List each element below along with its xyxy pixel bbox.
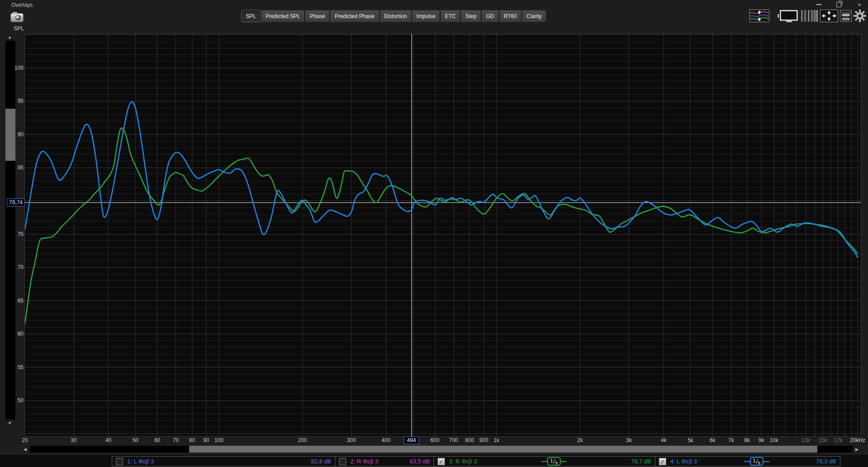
crosshair-freq-readout: 494 <box>404 436 419 444</box>
measurement-name: 4: L Φεβ 3 <box>670 458 697 465</box>
tab-clarity[interactable]: Clarity <box>522 10 546 22</box>
y-tick-label: 65 <box>0 298 24 304</box>
tab-step[interactable]: Step <box>461 10 481 22</box>
x-tick-label: 13k <box>801 437 810 443</box>
y-tick-label: 100 <box>0 65 24 71</box>
y-tick-label: 55 <box>0 364 24 371</box>
tab-distortion[interactable]: Distortion <box>380 10 412 22</box>
display-mode-button[interactable] <box>775 10 798 22</box>
y-tick-label: 60 <box>0 331 24 337</box>
legend-entry: ✓3: R Φεβ 31/678,7 dB <box>434 456 655 467</box>
x-tick-label: 15k <box>819 437 827 443</box>
scroll-right-icon[interactable]: ▶ <box>855 447 858 452</box>
measurement-level-value: 82,8 dB <box>311 458 331 465</box>
legend-panel-icon <box>840 10 852 22</box>
y-axis-title: SPL <box>0 25 24 32</box>
x-tick-label: 7k <box>728 437 734 443</box>
restore-button[interactable] <box>831 0 846 9</box>
graph-limits-button[interactable] <box>749 10 769 22</box>
x-tick-label: 100 <box>215 437 224 443</box>
measurement-checkbox[interactable] <box>339 458 346 465</box>
x-tick-label: 1k <box>494 437 500 443</box>
x-tick-label: 400 <box>382 437 391 443</box>
measurement-level-value: 78,7 dB <box>631 458 651 465</box>
x-tick-label: 700 <box>449 437 458 443</box>
x-tick-label: 2k <box>577 437 583 443</box>
measurement-name: 1: L Φεβ 3 <box>127 458 154 465</box>
x-tick-label: 9k <box>758 437 764 443</box>
crosshair-db-readout: 79,74 <box>7 198 25 207</box>
smoothing-badge[interactable]: 1/6 <box>541 457 567 466</box>
measurement-name: 2: R Φεβ 3 <box>350 458 378 465</box>
y-tick-label: 70 <box>0 264 24 270</box>
smoothing-badge[interactable]: 1/6 <box>744 457 769 466</box>
tab-phase[interactable]: Phase <box>305 10 329 22</box>
x-tick-label: 4k <box>661 437 667 443</box>
x-tick-label: 10k <box>770 437 778 443</box>
x-tick-label: 3k <box>626 437 632 443</box>
tab-predicted-phase[interactable]: Predicted Phase <box>330 10 379 22</box>
restore-icon <box>836 2 841 7</box>
scroll-down-icon[interactable]: ▼ <box>8 421 12 425</box>
legend-entry: 1: L Φεβ 382,8 dB <box>112 456 335 467</box>
spectrum-bars-icon <box>800 10 818 22</box>
legend-panel-button[interactable] <box>840 10 852 22</box>
x-tick-label: 80 <box>189 437 195 443</box>
close-button[interactable]: × <box>852 0 867 9</box>
scroll-up-icon[interactable]: ▲ <box>8 35 12 39</box>
x-tick-label: 60 <box>154 437 160 443</box>
spectrum-columns-button[interactable] <box>800 10 818 22</box>
x-tick-label: 30 <box>71 437 76 443</box>
y-tick-label: 75 <box>0 231 24 237</box>
x-tick-label: 200 <box>298 437 307 443</box>
x-tick-label: 20kHz <box>850 437 865 443</box>
x-tick-label: 800 <box>465 437 474 443</box>
x-tick-label: 600 <box>430 437 439 443</box>
pan-arrows-icon <box>820 10 838 22</box>
legend-entry: ✓4: L Φεβ 31/679,3 dB <box>655 456 840 467</box>
measurement-checkbox[interactable] <box>116 458 123 465</box>
tab-spl[interactable]: SPL <box>241 10 261 22</box>
x-tick-label: 5k <box>687 437 693 443</box>
x-tick-label: 6k <box>710 437 715 443</box>
scroll-left-icon[interactable]: ◀ <box>24 447 27 452</box>
y-tick-label: 95 <box>0 98 24 104</box>
measurement-name: 3: R Φεβ 3 <box>449 458 477 465</box>
measurement-checkbox[interactable]: ✓ <box>659 458 666 465</box>
tab-gd[interactable]: GD <box>482 10 499 22</box>
horizontal-scrollbar-thumb[interactable] <box>189 446 817 453</box>
title-bar: Overlays × <box>0 0 868 9</box>
tab-impulse[interactable]: Impulse <box>412 10 440 22</box>
y-tick-label: 90 <box>0 131 24 138</box>
settings-button[interactable] <box>854 10 866 22</box>
minimize-button[interactable] <box>811 0 826 9</box>
pan-mode-button[interactable] <box>820 10 838 22</box>
measurement-level-value: 83,5 dB <box>410 458 430 465</box>
measurement-checkbox[interactable]: ✓ <box>438 458 445 465</box>
spl-graph-canvas[interactable] <box>25 34 861 436</box>
y-tick-label: 50 <box>0 397 24 404</box>
capture-graph-button[interactable] <box>10 12 24 23</box>
x-tick-label: 300 <box>347 437 356 443</box>
close-icon: × <box>858 1 861 8</box>
overlays-window: Overlays × SPL SPLPredicted SPLPhasePred… <box>0 0 868 467</box>
y-tick-label: 85 <box>0 164 24 171</box>
x-tick-label: 20 <box>22 437 28 443</box>
legend-entry: 2: R Φεβ 383,5 dB <box>335 456 434 467</box>
tab-rt60[interactable]: RT60 <box>499 10 521 22</box>
tab-predicted-spl[interactable]: Predicted SPL <box>261 10 305 22</box>
measurement-level-value: 79,3 dB <box>816 458 836 465</box>
monitor-icon <box>775 10 798 22</box>
graph-limits-icon <box>749 10 769 22</box>
x-tick-label: 50 <box>132 437 138 443</box>
measurement-legend-bar: 1: L Φεβ 382,8 dB2: R Φεβ 383,5 dB✓3: R … <box>0 454 868 467</box>
window-title: Overlays <box>11 2 33 8</box>
minimize-icon <box>816 4 821 5</box>
tab-etc[interactable]: ETC <box>440 10 460 22</box>
x-tick-label: 40 <box>105 437 111 443</box>
x-tick-label: 900 <box>479 437 488 443</box>
vertical-scrollbar[interactable] <box>5 41 15 419</box>
x-tick-label: 17k <box>834 437 842 443</box>
x-tick-label: 8k <box>744 437 750 443</box>
x-tick-label: 90 <box>203 437 209 443</box>
